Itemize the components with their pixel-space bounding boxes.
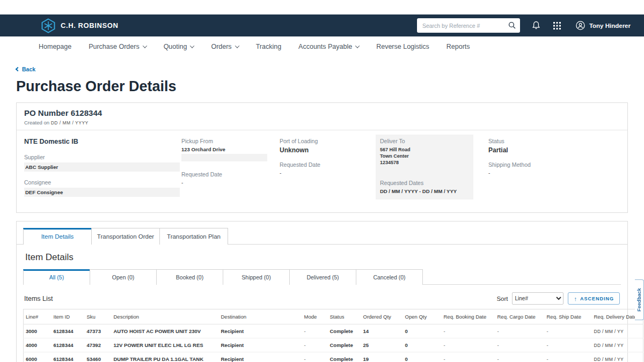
table-row[interactable]: 3000 6128344 47373 AUTO HOIST AC POWER U… xyxy=(24,324,643,338)
po-number: PO Number 6128344 xyxy=(24,108,620,117)
tab[interactable]: Transportation Order xyxy=(91,228,160,245)
port-column: Port of Loading Unknown Requested Date - xyxy=(280,138,380,200)
tab-label: Transportation Plan xyxy=(167,233,221,240)
cell-req-cargo-date: - xyxy=(495,324,545,338)
port-requested-value: - xyxy=(280,170,380,176)
table-row[interactable]: 6000 6128344 53460 DUMP TRAILER PU DA 1.… xyxy=(24,352,643,362)
pickup-requested-label: Requested Date xyxy=(181,171,280,178)
cell-open-qty: 0 xyxy=(403,352,442,362)
col-item-id: Item ID xyxy=(52,309,85,324)
search-icon[interactable] xyxy=(508,21,516,29)
status-label: Status xyxy=(488,138,620,144)
status-column: Status Partial Shipping Method - xyxy=(488,138,620,200)
cell-req-cargo-date: - xyxy=(495,352,545,362)
sort-label: Sort xyxy=(496,295,508,302)
nav-item[interactable]: Reverse Logistics xyxy=(376,43,429,50)
nav-item-label: Reports xyxy=(447,43,470,50)
chevron-down-icon xyxy=(190,43,194,48)
po-parties-column: NTE Domestic IB Supplier ABC Supplier Co… xyxy=(24,138,181,200)
nav-item[interactable]: Reports xyxy=(447,43,470,50)
chrobinson-logo-icon xyxy=(41,18,55,33)
top-whitespace xyxy=(0,0,644,14)
col-open-qty: Open Qty xyxy=(403,309,442,324)
nav-item[interactable]: Homepage xyxy=(39,43,71,50)
supplier-value: ABC Supplier xyxy=(25,164,58,170)
subtab[interactable]: Booked (0) xyxy=(156,269,223,285)
subtab[interactable]: Shipped (0) xyxy=(223,269,290,285)
cell-req-booking-date: - xyxy=(442,352,495,362)
nav-item-label: Accounts Payable xyxy=(298,43,352,50)
port-requested-label: Requested Date xyxy=(280,161,380,168)
search-input[interactable] xyxy=(417,18,520,33)
apps-grid-icon[interactable] xyxy=(553,22,561,29)
subtab[interactable]: All (5) xyxy=(23,269,90,285)
table-row[interactable]: 4000 6128344 47392 12V POWER UNIT ELEC L… xyxy=(24,338,643,352)
nav-item-label: Homepage xyxy=(39,43,71,50)
tab[interactable]: Item Details xyxy=(23,228,92,245)
sort-direction-button[interactable]: ↑ ASCENDING xyxy=(568,292,620,305)
tab-label: Item Details xyxy=(41,233,74,240)
cell-req-ship-date: - xyxy=(545,352,592,362)
tab-strip: Item Details Transportation Order Transp… xyxy=(17,221,627,245)
status-value: Partial xyxy=(488,146,620,154)
notifications-bell-icon[interactable] xyxy=(532,21,540,30)
cell-line: 6000 xyxy=(24,352,52,362)
back-link[interactable]: Back xyxy=(16,66,35,72)
ascending-label: ASCENDING xyxy=(580,296,614,301)
cell-description: DUMP TRAILER PU DA 1.1GAL TANK xyxy=(112,352,219,362)
subtab[interactable]: Open (0) xyxy=(90,269,157,285)
deliver-address-line1: 567 Hill Road xyxy=(380,146,469,153)
chevron-left-icon xyxy=(16,67,20,71)
subtab[interactable]: Delivered (5) xyxy=(289,269,356,285)
consignee-label: Consignee xyxy=(24,179,181,186)
user-menu[interactable]: Tony Hinderer xyxy=(576,21,631,30)
chevron-down-icon xyxy=(355,43,360,48)
tab[interactable]: Transportation Plan xyxy=(159,228,228,245)
subtab-label: All (5) xyxy=(49,274,64,280)
col-destination: Destination xyxy=(219,309,302,324)
feedback-button[interactable]: Feedback xyxy=(635,279,644,320)
chevron-down-icon xyxy=(235,43,239,48)
cell-destination: Recipient xyxy=(219,338,302,352)
pickup-label: Pickup From xyxy=(181,138,280,144)
nav-item[interactable]: Tracking xyxy=(256,43,281,50)
cell-req-booking-date: - xyxy=(442,338,495,352)
sort-select[interactable]: Line# xyxy=(512,292,564,305)
deliver-label: Deliver To xyxy=(380,138,469,144)
subtab-label: Canceled (0) xyxy=(373,274,405,280)
section-title: Item Details xyxy=(25,252,619,263)
pickup-column: Pickup From 123 Orchard Drive Requested … xyxy=(181,138,280,200)
po-type: NTE Domestic IB xyxy=(24,138,181,145)
user-name: Tony Hinderer xyxy=(589,23,631,29)
subtab-label: Delivered (5) xyxy=(306,274,339,280)
deliver-column: Deliver To 567 Hill Road Town Center 123… xyxy=(380,138,488,200)
nav-item[interactable]: Orders xyxy=(211,43,238,50)
items-table: Line# Item ID Sku Description Destinatio… xyxy=(23,309,643,362)
items-table-header-row: Line# Item ID Sku Description Destinatio… xyxy=(24,309,643,324)
user-avatar-icon xyxy=(576,21,585,30)
nav-item-label: Orders xyxy=(211,43,231,50)
subtab[interactable]: Canceled (0) xyxy=(356,269,423,285)
items-list-title: Items List xyxy=(24,295,53,302)
cell-status: Complete xyxy=(328,324,361,338)
status-subtabs: All (5) Open (0) Booked (0) Shipped (0) xyxy=(23,269,621,285)
brand: C.H. ROBINSON xyxy=(41,18,118,33)
nav-item[interactable]: Purchase Orders xyxy=(89,43,146,50)
deliver-requested-label: Requested Dates xyxy=(380,180,469,186)
cell-sku: 47373 xyxy=(85,324,112,338)
nav-item[interactable]: Accounts Payable xyxy=(298,43,359,50)
supplier-label: Supplier xyxy=(24,154,181,160)
nav-item-label: Quoting xyxy=(164,43,187,50)
cell-open-qty: 0 xyxy=(403,324,442,338)
cell-req-cargo-date: - xyxy=(495,338,545,352)
cell-line: 4000 xyxy=(24,338,52,352)
deliver-requested-value: DD / MM / YYYY - DD / MM / YYY xyxy=(380,188,469,194)
brand-name: C.H. ROBINSON xyxy=(61,21,118,29)
nav-item[interactable]: Quoting xyxy=(164,43,194,50)
cell-status: Complete xyxy=(328,338,361,352)
col-status: Status xyxy=(328,309,361,324)
subtab-label: Open (0) xyxy=(112,274,134,280)
col-line: Line# xyxy=(24,309,52,324)
nav-item-label: Reverse Logistics xyxy=(376,43,429,50)
pickup-address-placeholder xyxy=(181,154,267,161)
